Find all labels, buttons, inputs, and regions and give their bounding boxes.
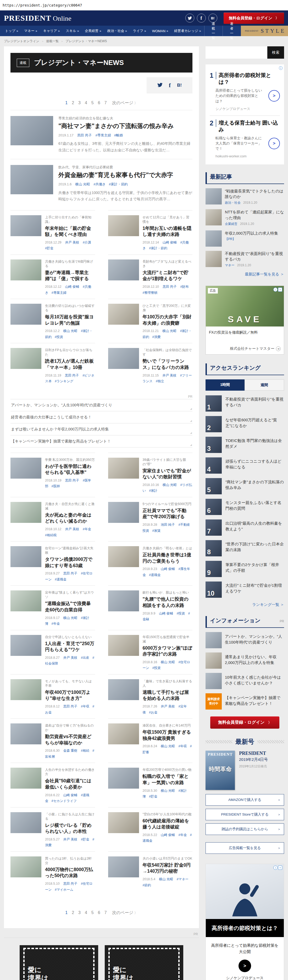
share-facebook-icon[interactable]: f — [169, 82, 171, 89]
nav-item[interactable]: トップ▶ — [2, 29, 21, 33]
ranking-item[interactable]: 8 "世界の下請け"に変わった日本企業の末路 — [205, 540, 284, 556]
close-icon[interactable]: × — [278, 288, 282, 292]
article-card[interactable]: 買ったのは1軒、払うお金は2軒分 4000万物件に8000万払った50代の末路 … — [11, 851, 95, 896]
adchoices-icon[interactable]: i — [273, 865, 277, 870]
browser-url-bar[interactable]: https://president.jp/category/c00647 — [0, 0, 288, 11]
ranking-item[interactable]: 1 不動産投資で"表面利回り"を重視するバカ — [205, 395, 284, 412]
ad-banner[interactable]: 愛に 境界は ない — [20, 945, 98, 980]
page-number-link[interactable]: 2 — [72, 910, 74, 915]
article-card[interactable]: 定年後は"慎ましく暮らす"は大ウソ "退職金振込"で浪費暴走60代の自業自得 2… — [11, 585, 95, 630]
facebook-icon[interactable]: f — [197, 14, 206, 22]
adchoices-icon[interactable]: ⓘ — [279, 66, 283, 71]
tag-link[interactable]: #年金 — [52, 622, 60, 625]
article-card[interactable]: 共働き夫・自営夫が先に逝くと激減 夫が死ぬと妻の年金はどれくらい減るのか 201… — [11, 497, 95, 541]
tag-link[interactable]: #家賃 — [153, 529, 161, 533]
pr-text-link[interactable]: まずは覗いてみませんか？年収2,000万円以上の求人特集 — [11, 423, 193, 435]
article-card[interactable]: 「趣味」で生き延びる人転落する人 退職して手打ちそば屋を始める人の末路 2018… — [108, 674, 193, 718]
page-number-link[interactable]: 3 — [78, 910, 81, 915]
author-link[interactable]: 横山 光昭 — [64, 329, 77, 333]
twitter-icon[interactable] — [185, 14, 194, 22]
nav-item[interactable]: 経営者カレッジ▶ — [171, 29, 204, 33]
ad-arrow-button[interactable]: > — [268, 90, 280, 102]
adchoices-icon[interactable]: i — [273, 288, 277, 292]
register-login-button[interactable]: 無料会員登録・ログイン〉 — [210, 716, 279, 729]
tag-link[interactable]: #マネー — [177, 877, 188, 881]
tag-link[interactable]: #投資 — [153, 666, 161, 670]
ranking-item[interactable]: 6 モンスター親をふるい落とす名門校の質問 — [205, 499, 284, 515]
tag-link[interactable]: #投資 — [177, 612, 185, 615]
pr-text-link[interactable]: アパートか、マンションか。“人生100年時代”の資産づくり — [11, 399, 193, 411]
ranking-item[interactable]: 3 TOEIC勉強 専門家の勉強法は全然ダメ — [205, 437, 284, 453]
author-link[interactable]: 横山 光昭 — [75, 182, 90, 186]
tag-link[interactable]: #年金 — [178, 833, 187, 837]
tag-link[interactable]: #投資 — [55, 335, 63, 339]
ad-arrow-button[interactable]: > — [239, 959, 251, 972]
next-page-link[interactable]: 次のページ — [112, 910, 138, 915]
nav-item[interactable]: ライフ▶ — [130, 29, 149, 33]
author-link[interactable]: 山崎 俊輔 — [162, 240, 177, 244]
tag-link[interactable]: #財布 — [180, 285, 189, 288]
tag-link[interactable]: #離婚 — [114, 133, 123, 137]
author-link[interactable]: 黒田 尚子 — [162, 285, 177, 288]
tag-link[interactable]: #年金 — [83, 527, 91, 531]
latest-article-item[interactable]: NTTを辞めて「連続起業家」になった理由企業経営2019.1.20 — [205, 209, 284, 226]
latest-more-link[interactable]: 最新記事一覧を見る ＞ — [205, 272, 284, 277]
author-link[interactable]: 横山 光昭 — [161, 789, 175, 792]
tag-link[interactable]: #専業主婦 — [95, 133, 111, 137]
magazine-cover[interactable]: PRESIDENT 時間革命 — [205, 751, 235, 790]
tag-link[interactable]: #貯金 — [81, 838, 89, 841]
author-link[interactable]: 黒田 尚子 — [64, 705, 77, 708]
president-style-logo[interactable]: PRESIDENTSTYLE — [241, 25, 288, 36]
breadcrumb-item[interactable]: プレジデントオンライン — [4, 39, 46, 43]
article-card[interactable]: 39歳パラサイト娘に大甘な親の"罪" 実家住まいでも"貯金がない人"の散財習慣 … — [108, 453, 193, 497]
page-number-link[interactable]: 7 — [105, 910, 107, 915]
category-link[interactable]: 企業経営 — [225, 222, 237, 226]
nav-item[interactable]: マネー▶ — [21, 29, 40, 33]
ranking-more-link[interactable]: ランキング一覧 ＞ — [205, 602, 284, 607]
tag-link[interactable]: #年収 — [81, 705, 89, 708]
nav-item[interactable]: WOMAN▶ — [149, 29, 171, 33]
tag-link[interactable]: #マイホーム — [55, 888, 73, 891]
share-hatena-icon[interactable]: B! — [177, 83, 182, 88]
hatena-icon[interactable]: B! — [208, 14, 217, 22]
author-link[interactable]: 池田 純子 — [161, 523, 175, 527]
tag-link[interactable]: #貯金 — [149, 795, 158, 798]
author-link[interactable]: 金森 重樹 — [64, 749, 77, 752]
article-card[interactable]: 5つのマイルールで貯金5000万円 正社員ママでも"不動産"で年200万稼げる … — [108, 497, 193, 541]
nav-item[interactable]: 企業経営▶ — [82, 29, 104, 33]
tag-link[interactable]: #出産 — [81, 656, 89, 660]
tab-1hour[interactable]: 1時間 — [205, 379, 245, 391]
author-link[interactable]: 横山 光昭 — [161, 745, 175, 748]
ad-listing-button[interactable]: 広告掲載一覧を見る＞ — [205, 842, 284, 854]
ranking-item[interactable]: 10 大流行"ミニ財布"で貯金が1割増えるワケ — [205, 582, 284, 598]
author-link[interactable]: 横山 光昭 — [161, 660, 175, 664]
article-card[interactable]: 長財布が"ブタ"な人ほど変えるべき 大流行"ミニ財布"で貯金が1割増えるワケ 2… — [108, 255, 193, 299]
next-page-link[interactable]: 次のページ — [112, 100, 138, 105]
search-input[interactable] — [205, 46, 267, 59]
tag-link[interactable]: #ランキング — [55, 379, 73, 383]
page-number-link[interactable]: 4 — [85, 100, 87, 105]
article-card[interactable]: 住宅ローン"退職金頼み"計画大失敗 タワマン残債2000万で娘にすり寄る63歳 … — [11, 541, 95, 585]
page-number-link[interactable]: 2 — [72, 100, 74, 105]
page-number-link[interactable]: 1 — [65, 100, 68, 105]
article-card[interactable]: せめて12月には「見せあう」習慣を 1年間お互いの通帳を隠し通す夫婦の末路 20… — [108, 210, 193, 255]
article-card[interactable]: 学費 私立3000万台、国立約350万 わが子を医学部に通わせられる"収入基準"… — [11, 453, 95, 497]
author-link[interactable]: 井戸 美枝 — [65, 527, 79, 531]
author-link[interactable]: 山崎 俊輔 — [64, 793, 77, 797]
page-number-link[interactable]: 4 — [85, 910, 87, 915]
ad-arrow-button[interactable]: > — [268, 138, 280, 149]
article-card[interactable]: 飲み代、学童、家事代行は必要経費 外資金融の妻"育児も家事も代行"で大赤字 20… — [11, 159, 193, 208]
tag-link[interactable]: #介護 — [83, 240, 91, 244]
author-link[interactable]: 井戸 美枝 — [162, 374, 176, 377]
author-link[interactable]: 黒田 尚子 — [65, 374, 79, 377]
article-card[interactable]: 銀行も怖いが、親はもっと怖い "丸腰"で他人に投資の相談をする人の末路 2018… — [108, 585, 193, 630]
tag-link[interactable]: #セカンドライフ — [52, 799, 77, 803]
page-number-link[interactable]: 6 — [98, 100, 100, 105]
tag-link[interactable]: #貯金 — [45, 247, 53, 250]
text-ad[interactable]: 2増える保育士給与 囲い込み 転職なら保育士・教諭さんに大人気の「保育士ワーカー… — [210, 116, 280, 162]
tag-link[interactable]: #節約 — [143, 883, 151, 887]
sidebar-display-ad[interactable]: i× 高所得者の節税対策とは？ 高所得者にとって効果的な節税対策を大公開 > シ… — [205, 864, 284, 980]
search-button[interactable]: 検索 — [267, 46, 284, 59]
close-icon[interactable]: × — [278, 865, 282, 870]
tag-link[interactable]: #浪費 — [153, 335, 161, 339]
